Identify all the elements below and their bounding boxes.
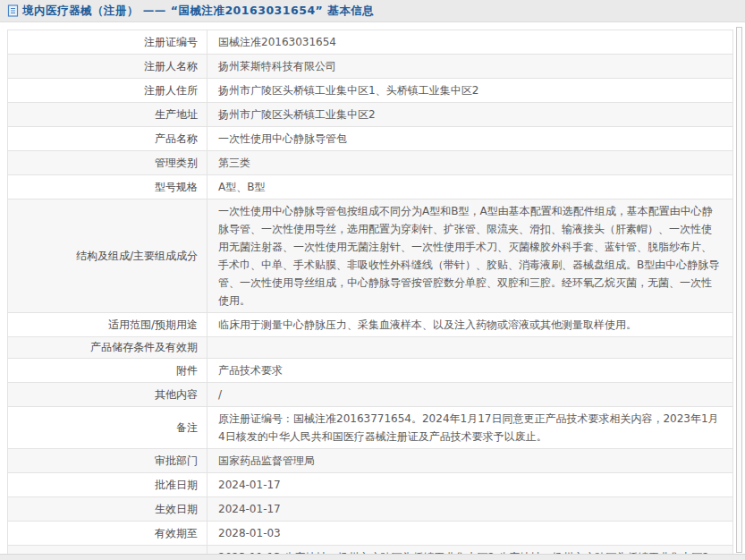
row-label: 注册证编号 (8, 30, 207, 55)
row-label: 附件 (8, 359, 207, 383)
table-row: 注册人住所扬州市广陵区头桥镇工业集中区1、头桥镇工业集中区2 (8, 79, 733, 103)
table-row: 产品储存条件及有效期 (8, 337, 733, 359)
row-label: 生效日期 (8, 497, 207, 522)
row-label: 适用范围/预期用途 (8, 313, 207, 337)
row-value: 扬州市广陵区头桥镇工业集中区1、头桥镇工业集中区2 (207, 79, 733, 103)
row-value: / (207, 383, 733, 407)
row-label: 结构及组成/主要组成成分 (8, 199, 207, 313)
row-label: 产品名称 (8, 127, 207, 151)
row-value: 扬州莱斯特科技有限公司 (207, 55, 733, 79)
row-label: 产品储存条件及有效期 (8, 337, 207, 359)
row-value: A型、B型 (207, 175, 733, 199)
table-row: 生效日期2024-01-17 (8, 497, 733, 522)
row-value: 国家药品监督管理局 (207, 449, 733, 473)
row-value (207, 337, 733, 359)
row-label: 型号规格 (8, 175, 207, 199)
table-row: 批准日期2024-01-17 (8, 473, 733, 497)
table-row: 注册人名称扬州莱斯特科技有限公司 (8, 55, 733, 79)
row-label: 审批部门 (8, 449, 207, 473)
row-label: 其他内容 (8, 383, 207, 407)
table-row: 注册证编号国械注准20163031654 (8, 30, 733, 55)
page-header: 境内医疗器械（注册） —— “国械注准20163031654” 基本信息 (0, 0, 745, 22)
row-value: 第三类 (207, 151, 733, 175)
row-label: 注册人名称 (8, 55, 207, 79)
table-row: 产品名称一次性使用中心静脉导管包 (8, 127, 733, 151)
row-value: 临床用于测量中心静脉压力、采集血液样本、以及注入药物或溶液或其他测量取样使用。 (207, 313, 733, 337)
vertical-scrollbar[interactable] (736, 27, 742, 553)
table-row: 型号规格A型、B型 (8, 175, 733, 199)
table-row: 适用范围/预期用途临床用于测量中心静脉压力、采集血液样本、以及注入药物或溶液或其… (8, 313, 733, 337)
bottom-scrollbar-track (0, 554, 745, 560)
row-value: 扬州市广陵区头桥镇工业集中区2 (207, 103, 733, 127)
row-value: 一次性使用中心静脉导管包 (207, 127, 733, 151)
row-value: 国械注准20163031654 (207, 30, 733, 55)
row-value: 2024-01-17 (207, 473, 733, 497)
row-value: 产品技术要求 (207, 359, 733, 383)
row-label: 备注 (8, 407, 207, 449)
row-value: 2024-01-17 (207, 497, 733, 522)
table-row: 备注原注册证编号：国械注准20163771654。2024年1月17日同意更正产… (8, 407, 733, 449)
table-row: 有效期至2028-01-03 (8, 522, 733, 546)
row-label: 有效期至 (8, 522, 207, 546)
page-title: 境内医疗器械（注册） —— “国械注准20163031654” 基本信息 (22, 4, 374, 19)
row-value: 一次性使用中心静脉导管包按组成不同分为A型和B型，A型由基本配置和选配件组成，基… (207, 199, 733, 313)
table-row: 管理类别第三类 (8, 151, 733, 175)
row-label: 批准日期 (8, 473, 207, 497)
document-icon (7, 4, 19, 17)
table-row: 结构及组成/主要组成成分一次性使用中心静脉导管包按组成不同分为A型和B型，A型由… (8, 199, 733, 313)
row-value: 2028-01-03 (207, 522, 733, 546)
row-label: 注册人住所 (8, 79, 207, 103)
registration-info-table: 注册证编号国械注准20163031654注册人名称扬州莱斯特科技有限公司注册人住… (7, 30, 733, 560)
row-label: 生产地址 (8, 103, 207, 127)
table-row: 生产地址扬州市广陵区头桥镇工业集中区2 (8, 103, 733, 127)
registration-table-body: 注册证编号国械注准20163031654注册人名称扬州莱斯特科技有限公司注册人住… (8, 30, 733, 560)
row-value: 原注册证编号：国械注准20163771654。2024年1月17日同意更正产品技… (207, 407, 733, 449)
row-label: 管理类别 (8, 151, 207, 175)
table-row: 附件产品技术要求 (8, 359, 733, 383)
table-row: 审批部门国家药品监督管理局 (8, 449, 733, 473)
table-row: 其他内容/ (8, 383, 733, 407)
